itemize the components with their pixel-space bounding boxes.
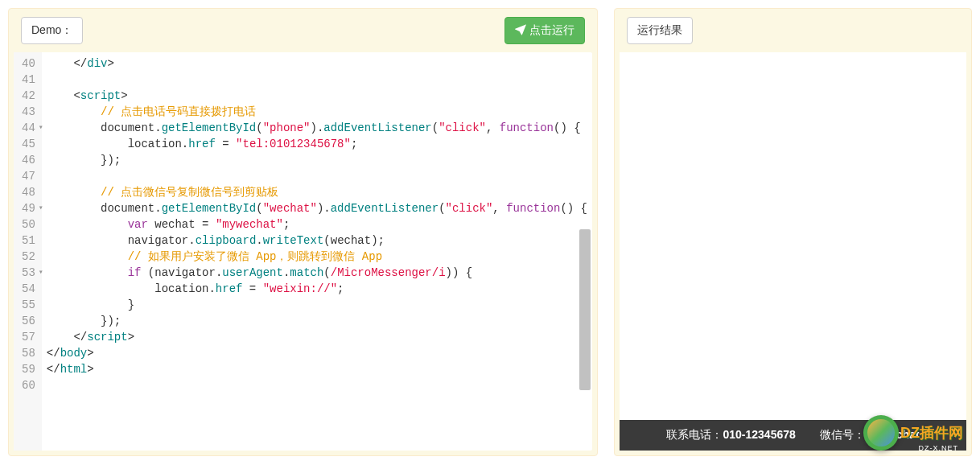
code-area[interactable]: </div> <script> // 点击电话号码直接拨打电话 document… bbox=[42, 52, 592, 451]
line-gutter: 4041424344454647484950515253545556575859… bbox=[14, 52, 42, 451]
code-line[interactable]: location.href = "tel:01012345678"; bbox=[47, 136, 587, 152]
line-number: 45 bbox=[22, 136, 35, 152]
line-number: 51 bbox=[22, 232, 35, 249]
watermark-text: DZ插件网 bbox=[900, 423, 963, 442]
two-column-layout: Demo： 点击运行 40414243444546474849505152535… bbox=[8, 8, 972, 456]
paper-plane-icon bbox=[515, 24, 526, 35]
watermark: DZ插件网 DZ-X.NET bbox=[863, 415, 963, 451]
result-label-button[interactable]: 运行结果 bbox=[627, 17, 693, 44]
line-number: 40 bbox=[22, 56, 35, 72]
code-line[interactable] bbox=[47, 72, 587, 88]
result-panel: 运行结果 联系电话：010-12345678 微信号：mywechat DZ插件… bbox=[614, 8, 972, 456]
line-number: 48 bbox=[22, 184, 35, 200]
code-line[interactable]: location.href = "weixin://"; bbox=[47, 281, 587, 297]
code-line[interactable]: </html> bbox=[47, 361, 587, 377]
code-line[interactable]: // 点击微信号复制微信号到剪贴板 bbox=[47, 184, 587, 200]
code-line[interactable] bbox=[47, 377, 587, 393]
code-line[interactable]: <script> bbox=[47, 88, 587, 104]
line-number: 56 bbox=[22, 313, 35, 329]
code-line[interactable]: navigator.clipboard.writeText(wechat); bbox=[47, 232, 587, 249]
line-number: 44 bbox=[22, 120, 35, 136]
line-number: 53 bbox=[22, 265, 35, 281]
code-line[interactable] bbox=[47, 168, 587, 184]
code-line[interactable]: </body> bbox=[47, 345, 587, 361]
editor-body: 4041424344454647484950515253545556575859… bbox=[14, 52, 592, 451]
code-line[interactable]: </script> bbox=[47, 329, 587, 345]
footer-phone-label: 联系电话： bbox=[666, 428, 723, 441]
line-number: 57 bbox=[22, 329, 35, 345]
footer-phone-value: 010-12345678 bbox=[723, 428, 795, 441]
code-line[interactable]: if (navigator.userAgent.match(/MicroMess… bbox=[47, 265, 587, 281]
line-number: 41 bbox=[22, 72, 35, 88]
line-number: 58 bbox=[22, 345, 35, 361]
footer-wechat-label: 微信号： bbox=[820, 428, 865, 441]
code-line[interactable]: document.getElementById("phone").addEven… bbox=[47, 120, 587, 136]
line-number: 49 bbox=[22, 200, 35, 216]
line-number: 54 bbox=[22, 281, 35, 297]
vertical-scrollbar[interactable] bbox=[579, 229, 591, 390]
line-number: 46 bbox=[22, 152, 35, 168]
line-number: 60 bbox=[22, 377, 35, 393]
watermark-subtext: DZ-X.NET bbox=[919, 444, 959, 452]
code-line[interactable]: } bbox=[47, 297, 587, 313]
code-line[interactable]: // 点击电话号码直接拨打电话 bbox=[47, 104, 587, 120]
demo-label-button[interactable]: Demo： bbox=[21, 17, 83, 44]
code-line[interactable]: document.getElementById("wechat").addEve… bbox=[47, 200, 587, 216]
code-line[interactable]: // 如果用户安装了微信 App，则跳转到微信 App bbox=[47, 249, 587, 265]
footer-phone[interactable]: 联系电话：010-12345678 bbox=[666, 428, 795, 442]
code-line[interactable]: }); bbox=[47, 313, 587, 329]
code-line[interactable]: var wechat = "mywechat"; bbox=[47, 216, 587, 232]
watermark-logo-icon bbox=[863, 415, 899, 451]
demo-panel-heading: Demo： 点击运行 bbox=[9, 9, 597, 52]
result-iframe: 联系电话：010-12345678 微信号：mywechat DZ插件网 DZ-… bbox=[620, 52, 966, 451]
line-number: 43 bbox=[22, 104, 35, 120]
result-panel-heading: 运行结果 bbox=[615, 9, 971, 52]
run-button[interactable]: 点击运行 bbox=[504, 17, 585, 44]
line-number: 52 bbox=[22, 249, 35, 265]
code-line[interactable]: }); bbox=[47, 152, 587, 168]
line-number: 50 bbox=[22, 216, 35, 232]
code-line[interactable]: </div> bbox=[47, 56, 587, 72]
line-number: 47 bbox=[22, 168, 35, 184]
demo-panel: Demo： 点击运行 40414243444546474849505152535… bbox=[8, 8, 598, 456]
run-button-label: 点击运行 bbox=[529, 23, 574, 36]
code-editor[interactable]: 4041424344454647484950515253545556575859… bbox=[14, 52, 592, 451]
line-number: 59 bbox=[22, 361, 35, 377]
line-number: 55 bbox=[22, 297, 35, 313]
line-number: 42 bbox=[22, 88, 35, 104]
